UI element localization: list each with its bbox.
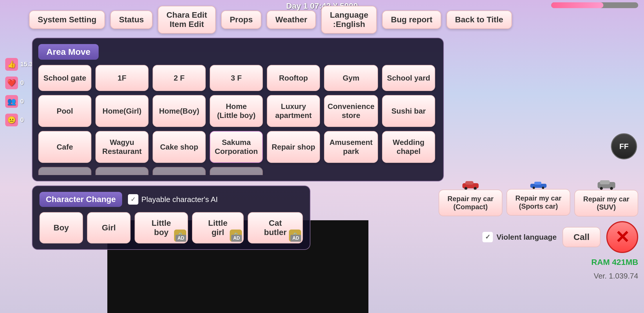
heart-icon: ❤️: [5, 77, 18, 89]
area-2f[interactable]: 2 F: [153, 65, 206, 91]
area-amusement-park[interactable]: Amusement park: [324, 131, 378, 163]
area-partial-2[interactable]: [95, 167, 149, 175]
bottom-row: ✓ Violent language Call ✕: [482, 221, 638, 253]
ad-badge-little-boy: AD: [176, 235, 186, 242]
neutral-icon: 😐: [5, 114, 18, 126]
area-move-panel: Area Move School gate 1F 2 F 3 F Rooftop…: [32, 38, 444, 181]
area-repair-shop[interactable]: Repair shop: [267, 131, 320, 163]
suv-car-icon: [597, 180, 616, 190]
social-neutral: 😐 0: [5, 114, 33, 126]
repair-suv-button[interactable]: Repair my car (SUV): [574, 190, 638, 216]
area-grid: School gate 1F 2 F 3 F Rooftop Gym Schoo…: [38, 65, 437, 175]
repair-sports-car-button[interactable]: Repair my car (Sports car): [506, 189, 570, 216]
compact-car-icon: [462, 180, 479, 190]
svg-rect-9: [600, 180, 610, 184]
social-hearts: ❤️ 0: [5, 77, 33, 89]
character-change-title: Character Change: [39, 192, 122, 207]
ai-checkbox-row[interactable]: ✓ Playable character's AI: [128, 194, 218, 205]
area-wagyu-restaurant[interactable]: Wagyu Restaurant: [95, 131, 149, 163]
chara-edit-button[interactable]: Chara Edit Item Edit: [158, 6, 216, 34]
weather-button[interactable]: Weather: [267, 10, 316, 29]
thumbs-up-icon: 👍: [5, 58, 18, 71]
language-button[interactable]: Language :English: [321, 6, 377, 34]
props-button[interactable]: Props: [221, 10, 261, 29]
area-school-gate[interactable]: School gate: [38, 65, 91, 91]
repair-compact-button[interactable]: Repair my car (Compact): [439, 190, 502, 216]
char-girl-button[interactable]: Girl: [87, 212, 131, 243]
close-icon: ✕: [615, 227, 629, 247]
area-gym[interactable]: Gym: [324, 65, 378, 91]
area-1f[interactable]: 1F: [95, 65, 149, 91]
svg-point-11: [610, 187, 613, 190]
svg-rect-5: [534, 182, 541, 185]
area-luxury-apartment[interactable]: Luxury apartment: [267, 95, 320, 127]
hearts-value: 0: [20, 79, 24, 87]
ad-badge-cat-butler: AD: [290, 235, 301, 242]
area-police-station[interactable]: Police station: [38, 167, 91, 175]
group-icon: 👥: [5, 95, 18, 108]
social-stats: 👍 15.3 ❤️ 0 👥 0 😐 0: [5, 58, 33, 126]
violent-language-checkbox[interactable]: ✓: [482, 232, 493, 242]
svg-rect-1: [465, 181, 473, 185]
neutral-value: 0: [20, 116, 24, 124]
char-little-girl-button[interactable]: Little girl 🔒 AD: [192, 212, 244, 243]
system-setting-button[interactable]: System Setting: [29, 10, 105, 29]
area-cake-shop[interactable]: Cake shop: [153, 131, 206, 163]
char-little-boy-label: Little boy: [152, 219, 171, 237]
area-home-girl[interactable]: Home(Girl): [95, 95, 149, 127]
area-partial-4[interactable]: [210, 167, 263, 175]
area-sushi-bar[interactable]: Sushi bar: [382, 95, 435, 127]
ad-badge-little-girl: AD: [231, 235, 242, 242]
area-school-yard[interactable]: School yard: [382, 65, 435, 91]
ff-button[interactable]: FF: [611, 133, 637, 159]
area-rooftop[interactable]: Rooftop: [267, 65, 320, 91]
area-move-title: Area Move: [38, 44, 99, 60]
ram-info: RAM 421MB: [591, 258, 638, 267]
character-buttons: Boy Girl Little boy 🔒 AD Little girl 🔒 A…: [39, 212, 303, 243]
call-button[interactable]: Call: [562, 227, 600, 247]
char-cat-butler-label: Cat butler: [264, 219, 287, 237]
area-partial-3[interactable]: [153, 167, 206, 175]
social-group: 👥 0: [5, 95, 33, 108]
version-info: Ver. 1.039.74: [594, 272, 638, 281]
char-boy-button[interactable]: Boy: [39, 212, 83, 243]
char-cat-butler-button[interactable]: Cat butler 🔒 AD: [248, 212, 303, 243]
back-to-title-button[interactable]: Back to Title: [446, 10, 512, 29]
status-button[interactable]: Status: [110, 10, 153, 29]
svg-point-7: [542, 187, 544, 189]
violent-language-label: Violent language: [496, 233, 557, 242]
area-home-boy[interactable]: Home(Boy): [153, 95, 206, 127]
area-sakuma-corporation[interactable]: Sakuma Corporation: [210, 131, 263, 163]
area-pool[interactable]: Pool: [38, 95, 91, 127]
svg-point-10: [600, 187, 603, 190]
violent-language-row[interactable]: ✓ Violent language: [482, 232, 557, 242]
group-value: 0: [20, 98, 24, 105]
repair-buttons-row: Repair my car (Compact) Repair my car (S…: [439, 180, 638, 216]
area-home-little-boy[interactable]: Home (Little boy): [210, 95, 263, 127]
character-change-panel: Character Change ✓ Playable character's …: [32, 185, 310, 250]
ai-checkbox-label: Playable character's AI: [141, 195, 218, 204]
bug-report-button[interactable]: Bug report: [382, 10, 441, 29]
sports-car-icon: [530, 181, 547, 189]
close-button[interactable]: ✕: [606, 221, 638, 253]
char-header: Character Change ✓ Playable character's …: [39, 192, 303, 207]
area-convenience-store[interactable]: Convenience store: [324, 95, 378, 127]
right-panel: Repair my car (Compact) Repair my car (S…: [439, 180, 638, 281]
top-navigation: System Setting Status Chara Edit Item Ed…: [29, 6, 638, 34]
char-little-girl-label: Little girl: [208, 219, 228, 237]
area-wedding-chapel[interactable]: Wedding chapel: [382, 131, 435, 163]
social-likes: 👍 15.3: [5, 58, 33, 71]
likes-value: 15.3: [20, 61, 33, 68]
char-little-boy-button[interactable]: Little boy 🔒 AD: [135, 212, 188, 243]
ai-checkbox[interactable]: ✓: [128, 194, 138, 205]
area-3f[interactable]: 3 F: [210, 65, 263, 91]
svg-point-6: [533, 187, 535, 189]
area-cafe[interactable]: Cafe: [38, 131, 91, 163]
